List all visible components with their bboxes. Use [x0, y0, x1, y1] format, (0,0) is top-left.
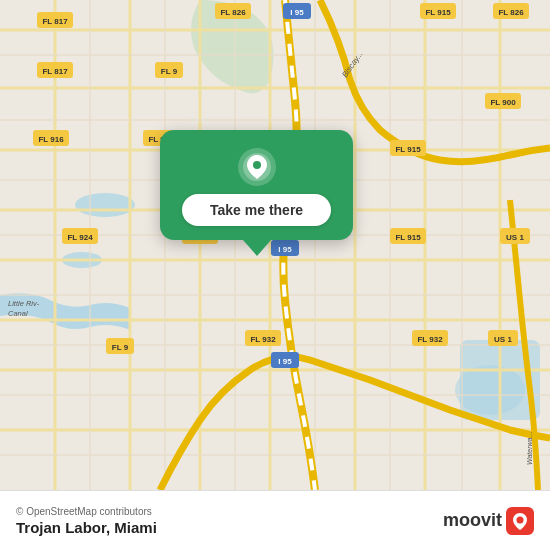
svg-text:FL 817: FL 817: [42, 17, 68, 26]
svg-point-1: [75, 193, 135, 217]
svg-text:FL 826: FL 826: [220, 8, 246, 17]
svg-text:I 95: I 95: [278, 357, 292, 366]
map-attribution: © OpenStreetMap contributors: [16, 506, 157, 517]
map-container: FL 826 I 95 FL 915 FL 826 FL 817 FL 817 …: [0, 0, 550, 490]
svg-text:FL 9: FL 9: [112, 343, 129, 352]
location-title: Trojan Labor, Miami: [16, 519, 157, 536]
svg-point-4: [455, 365, 525, 415]
popup-tail: [243, 240, 271, 256]
svg-text:FL 826: FL 826: [498, 8, 524, 17]
svg-text:US 1: US 1: [506, 233, 524, 242]
moovit-icon: [506, 507, 534, 535]
svg-text:FL 900: FL 900: [490, 98, 516, 107]
moovit-text: moovit: [443, 510, 502, 531]
bottom-left-info: © OpenStreetMap contributors Trojan Labo…: [16, 506, 157, 536]
svg-text:FL 817: FL 817: [42, 67, 68, 76]
svg-text:FL 924: FL 924: [67, 233, 93, 242]
svg-point-84: [517, 516, 524, 523]
svg-text:FL 932: FL 932: [417, 335, 443, 344]
svg-text:FL 915: FL 915: [395, 233, 421, 242]
svg-text:FL 9: FL 9: [161, 67, 178, 76]
svg-text:FL 916: FL 916: [38, 135, 64, 144]
take-me-there-button[interactable]: Take me there: [182, 194, 331, 226]
svg-text:Little Riv-: Little Riv-: [8, 299, 40, 308]
bottom-bar: © OpenStreetMap contributors Trojan Labo…: [0, 490, 550, 550]
svg-text:FL 915: FL 915: [425, 8, 451, 17]
svg-text:US 1: US 1: [494, 335, 512, 344]
location-popup: Take me there: [160, 130, 353, 256]
svg-text:Waterwa...: Waterwa...: [526, 432, 533, 465]
svg-text:Canal: Canal: [8, 309, 28, 318]
location-pin-icon: [238, 148, 276, 186]
svg-text:I 95: I 95: [290, 8, 304, 17]
popup-bubble: Take me there: [160, 130, 353, 240]
svg-text:FL 915: FL 915: [395, 145, 421, 154]
moovit-logo: moovit: [443, 507, 534, 535]
svg-text:FL 932: FL 932: [250, 335, 276, 344]
svg-point-82: [253, 161, 261, 169]
